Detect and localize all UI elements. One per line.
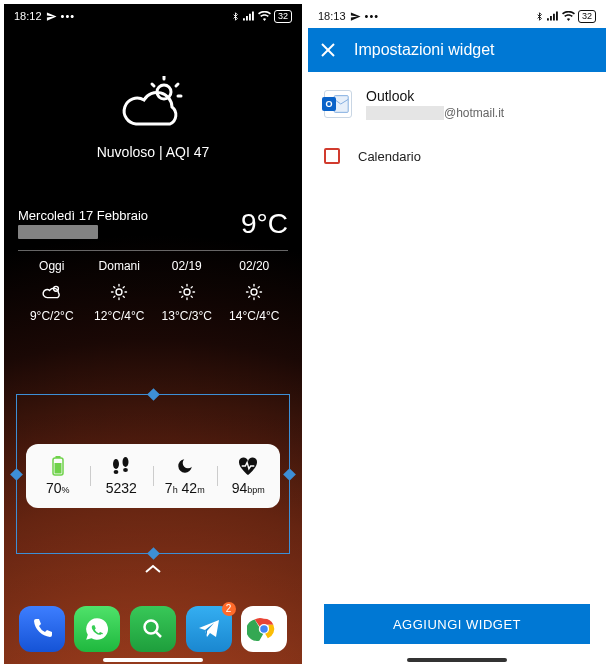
forecast-row[interactable]: Oggi 9°C/2°C Domani 12°C/4°C 02/19 13°C/…: [18, 259, 288, 323]
option-calendar-label: Calendario: [358, 149, 421, 164]
nav-gesture-bar[interactable]: [103, 658, 203, 662]
nav-gesture-bar[interactable]: [407, 658, 507, 662]
sun-icon: [153, 283, 221, 301]
health-steps-value: 5232: [90, 480, 154, 496]
account-row[interactable]: O Outlook @hotmail.it: [308, 72, 606, 134]
status-bar: 18:13 ••• 32: [308, 4, 606, 28]
telegram-status-icon: [46, 11, 57, 22]
svg-rect-2: [249, 14, 251, 21]
account-email: @hotmail.it: [366, 106, 504, 120]
svg-line-25: [191, 296, 192, 297]
forecast-range: 13°C/3°C: [153, 309, 221, 323]
forecast-day: 02/20 14°C/4°C: [221, 259, 289, 323]
app-telegram[interactable]: 2: [186, 606, 232, 652]
outlook-icon: O: [324, 90, 352, 118]
forecast-day: 02/19 13°C/3°C: [153, 259, 221, 323]
forecast-range: 14°C/4°C: [221, 309, 289, 323]
svg-rect-0: [243, 18, 245, 20]
forecast-label: Domani: [86, 259, 154, 273]
app-phone[interactable]: [19, 606, 65, 652]
health-widget[interactable]: 70% 5232 7h 42m 94bpm: [26, 444, 280, 508]
svg-rect-51: [553, 14, 555, 21]
svg-line-17: [114, 296, 115, 297]
account-name: Outlook: [366, 88, 504, 104]
svg-rect-49: [547, 18, 549, 20]
divider: [18, 250, 288, 251]
svg-point-41: [114, 470, 119, 474]
health-sleep-cell: 7h 42m: [153, 456, 217, 496]
battery-icon: 32: [578, 10, 596, 23]
svg-line-27: [191, 287, 192, 288]
email-suffix: @hotmail.it: [444, 106, 504, 120]
add-widget-label: AGGIUNGI WIDGET: [393, 617, 521, 632]
status-more-icon: •••: [61, 10, 76, 22]
forecast-day: Domani 12°C/4°C: [86, 259, 154, 323]
battery-icon: 32: [274, 10, 292, 23]
forecast-range: 12°C/4°C: [86, 309, 154, 323]
health-battery-cell: 70%: [26, 456, 90, 496]
forecast-range: 9°C/2°C: [18, 309, 86, 323]
telegram-badge: 2: [222, 602, 236, 616]
status-bar: 18:12 ••• 32: [4, 4, 302, 28]
app-whatsapp[interactable]: [74, 606, 120, 652]
svg-line-45: [156, 632, 161, 637]
forecast-label: Oggi: [18, 259, 86, 273]
checkbox-calendar[interactable]: [324, 148, 340, 164]
chevron-up-icon[interactable]: [144, 564, 162, 574]
svg-line-26: [182, 296, 183, 297]
weather-description: Nuvoloso | AQI 47: [18, 144, 288, 160]
svg-line-34: [258, 296, 259, 297]
forecast-label: 02/20: [221, 259, 289, 273]
weather-cloud-sun-icon: [118, 76, 188, 134]
svg-line-18: [123, 287, 124, 288]
sun-icon: [86, 283, 154, 301]
sun-icon: [221, 283, 289, 301]
svg-line-6: [176, 84, 178, 86]
svg-point-44: [144, 621, 157, 634]
svg-rect-39: [54, 463, 61, 474]
forecast-label: 02/19: [153, 259, 221, 273]
bluetooth-icon: [231, 11, 240, 22]
app-mi-search[interactable]: [130, 606, 176, 652]
dock: 2: [4, 606, 302, 652]
svg-line-36: [258, 287, 259, 288]
signal-icon: [547, 11, 559, 21]
phone-widget-settings: 18:13 ••• 32 Impostazioni widget O Outlo…: [308, 4, 606, 664]
svg-line-35: [249, 296, 250, 297]
cloud-sun-icon: [18, 283, 86, 301]
app-bar: Impostazioni widget: [308, 28, 606, 72]
svg-point-28: [251, 289, 257, 295]
health-heart-value: 94bpm: [217, 480, 281, 496]
status-time: 18:12: [14, 10, 42, 22]
svg-line-8: [152, 84, 154, 86]
health-steps-cell: 5232: [90, 456, 154, 496]
close-icon[interactable]: [320, 42, 336, 58]
svg-rect-3: [252, 12, 254, 21]
svg-point-19: [184, 289, 190, 295]
status-more-icon: •••: [365, 10, 380, 22]
svg-rect-1: [246, 16, 248, 21]
svg-line-24: [182, 287, 183, 288]
weather-current-temp: 9°C: [241, 208, 288, 240]
health-heart-cell: 94bpm: [217, 456, 281, 496]
heart-rate-icon: [217, 456, 281, 476]
masked-email-user: [366, 106, 444, 120]
weather-widget[interactable]: Nuvoloso | AQI 47: [18, 76, 288, 160]
phone-home-screen: 18:12 ••• 32: [4, 4, 302, 664]
option-calendar-row[interactable]: Calendario: [308, 134, 606, 178]
svg-rect-52: [556, 12, 558, 21]
health-battery-value: 70%: [26, 480, 90, 496]
add-widget-button[interactable]: AGGIUNGI WIDGET: [324, 604, 590, 644]
health-sleep-value: 7h 42m: [153, 480, 217, 496]
bluetooth-icon: [535, 11, 544, 22]
svg-point-42: [123, 457, 129, 467]
moon-icon: [153, 456, 217, 476]
svg-point-43: [123, 468, 128, 472]
footsteps-icon: [90, 456, 154, 476]
svg-point-40: [113, 459, 119, 469]
masked-location: [18, 225, 98, 239]
app-chrome[interactable]: [241, 606, 287, 652]
svg-line-16: [123, 296, 124, 297]
svg-point-10: [116, 289, 122, 295]
svg-rect-50: [550, 16, 552, 21]
